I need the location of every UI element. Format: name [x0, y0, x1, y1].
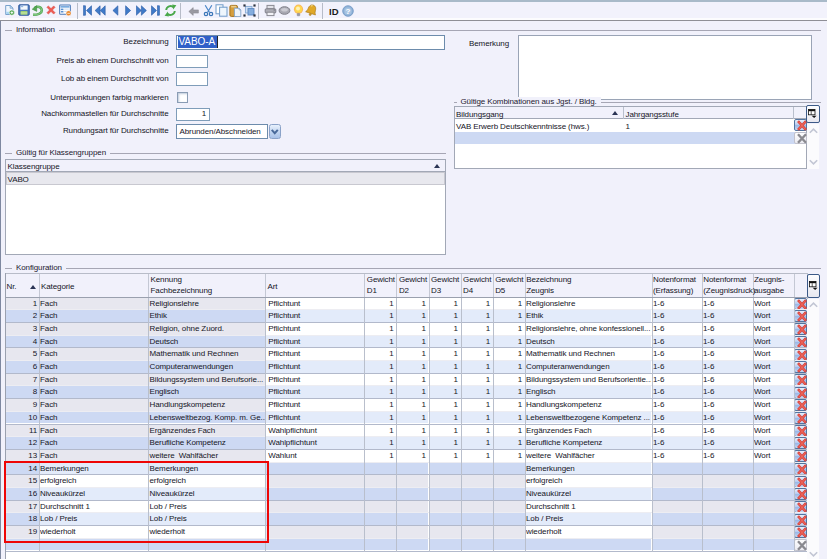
svg-text:?: ?	[346, 6, 351, 15]
